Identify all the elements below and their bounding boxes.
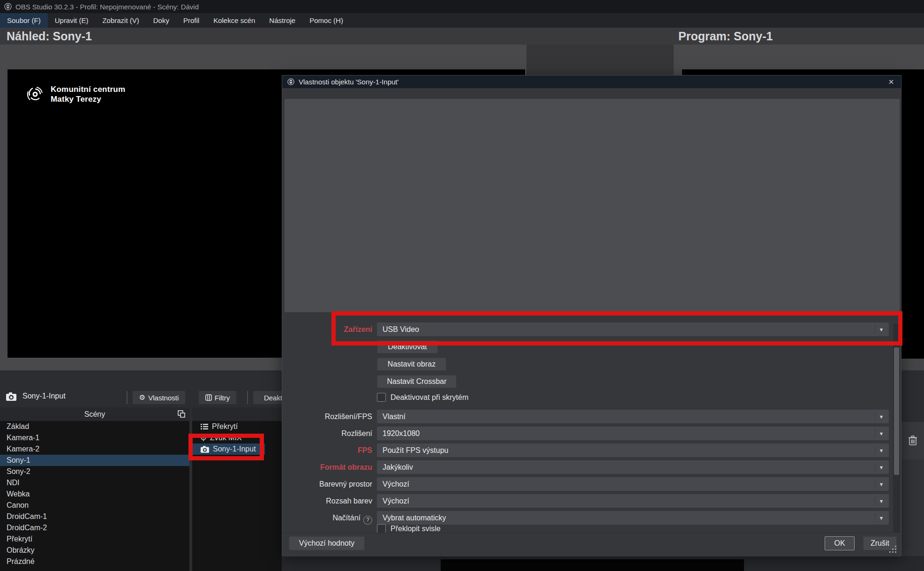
program-pane-edge bbox=[901, 359, 924, 370]
grid-windows-icon[interactable] bbox=[177, 410, 186, 418]
source-item[interactable]: Zvuk MIX bbox=[192, 432, 282, 443]
help-icon[interactable]: ? bbox=[363, 516, 372, 525]
right-edge-lower bbox=[901, 459, 924, 558]
checkbox-unchecked[interactable] bbox=[377, 393, 386, 402]
video-format-select[interactable]: Jakýkoliv ▼ bbox=[377, 460, 889, 474]
fps-select[interactable]: Použít FPS výstupu ▼ bbox=[377, 443, 889, 457]
fps-label: FPS bbox=[282, 443, 372, 457]
filters-label: Filtry bbox=[215, 394, 230, 402]
resolution-select[interactable]: 1920x1080 ▼ bbox=[377, 427, 889, 440]
scene-item-selected[interactable]: Sony-1 bbox=[0, 455, 189, 466]
scenes-header: Scény bbox=[0, 407, 189, 421]
scene-item[interactable]: DroidCam-2 bbox=[0, 522, 189, 533]
menu-zobrazit[interactable]: Zobrazit (V) bbox=[95, 13, 146, 28]
resolution-label: Rozlišení bbox=[282, 427, 372, 440]
video-format-label: Formát obrazu bbox=[282, 460, 372, 474]
gear-icon: ⚙ bbox=[139, 393, 145, 402]
scene-item[interactable]: Sony-2 bbox=[0, 466, 189, 477]
device-select[interactable]: USB Video ▼ bbox=[377, 323, 889, 336]
trash-icon[interactable] bbox=[908, 435, 917, 446]
scrollbar-thumb[interactable] bbox=[894, 347, 899, 475]
scene-item[interactable]: Základ bbox=[0, 421, 189, 432]
color-space-value: Výchozí bbox=[377, 480, 875, 488]
chevron-down-icon: ▼ bbox=[875, 479, 887, 489]
window-title: OBS Studio 30.2.3 - Profil: Nepojmenovan… bbox=[15, 3, 199, 11]
scene-item[interactable]: Překrytí bbox=[0, 533, 189, 545]
camera-icon bbox=[201, 446, 209, 453]
menu-profil[interactable]: Profil bbox=[176, 13, 206, 28]
configure-video-button[interactable]: Nastavit obraz bbox=[377, 358, 446, 371]
source-item-selected[interactable]: Sony-1-Input bbox=[192, 443, 265, 455]
menu-nastroje[interactable]: Nástroje bbox=[262, 13, 302, 28]
menu-kolekce-scen[interactable]: Kolekce scén bbox=[206, 13, 262, 28]
chevron-down-icon: ▼ bbox=[875, 513, 887, 523]
properties-dialog: Vlastnosti objektu 'Sony-1-Input' ✕ Zaří… bbox=[282, 75, 901, 556]
buffering-label: Načítání? bbox=[282, 511, 372, 525]
heading-strip: Náhled: Sony-1 Program: Sony-1 bbox=[0, 28, 924, 45]
scene-item[interactable]: Obrázky bbox=[0, 545, 189, 556]
toolbar-separator-2 bbox=[247, 391, 248, 404]
chevron-down-icon: ▼ bbox=[875, 324, 887, 334]
source-item-label: Zvuk MIX bbox=[210, 432, 242, 443]
right-edge-toolbar bbox=[901, 422, 924, 459]
logo-text: Komunitní centrum Matky Terezy bbox=[51, 84, 125, 104]
resolution-fps-label: Rozlišení/FPS bbox=[282, 410, 372, 423]
buffering-select[interactable]: Vybrat automaticky ▼ bbox=[377, 511, 889, 525]
color-range-label: Rozsah barev bbox=[282, 494, 372, 508]
device-label: Zařízení bbox=[282, 323, 372, 336]
clipped-row: Překlopit svisle bbox=[377, 524, 658, 533]
list-icon bbox=[201, 423, 208, 430]
sources-header bbox=[192, 407, 282, 421]
source-item-label: Sony-1-Input bbox=[213, 443, 256, 455]
properties-label: Vlastnosti bbox=[148, 394, 179, 402]
logo-circles-icon bbox=[25, 84, 45, 104]
obs-logo-icon bbox=[4, 3, 12, 10]
toolbar-source-name: Sony-1-Input bbox=[23, 392, 66, 400]
scene-item[interactable]: Webka bbox=[0, 488, 189, 500]
obs-main-window: OBS Studio 30.2.3 - Profil: Nepojmenovan… bbox=[0, 0, 924, 571]
deactivate-when-hidden-row[interactable]: Deaktivovat při skrytém bbox=[377, 393, 468, 402]
deactivate-source-button[interactable]: Deaktivovat bbox=[377, 340, 438, 353]
color-range-select[interactable]: Výchozí ▼ bbox=[377, 494, 889, 508]
scene-item[interactable]: Canon bbox=[0, 500, 189, 511]
checkbox-label: Překlopit svisle bbox=[391, 525, 441, 533]
source-item[interactable]: Překrytí bbox=[192, 421, 282, 432]
resolution-value: 1920x1080 bbox=[377, 429, 875, 438]
color-range-value: Výchozí bbox=[377, 497, 875, 505]
scene-item[interactable]: NDI bbox=[0, 477, 189, 488]
dialog-scrollbar[interactable] bbox=[893, 324, 900, 533]
program-canvas-edge bbox=[901, 69, 924, 359]
buffering-value: Vybrat automaticky bbox=[377, 514, 875, 522]
window-titlebar: OBS Studio 30.2.3 - Profil: Nepojmenovan… bbox=[0, 0, 924, 13]
menu-doky[interactable]: Doky bbox=[146, 13, 176, 28]
camera-icon bbox=[6, 392, 16, 401]
sources-list: Překrytí Zvuk MIX Sony-1-Input bbox=[192, 421, 282, 571]
canvas-logo: Komunitní centrum Matky Terezy bbox=[25, 84, 125, 104]
resolution-fps-select[interactable]: Vlastní ▼ bbox=[377, 410, 889, 423]
filters-button[interactable]: Filtry bbox=[199, 391, 236, 404]
ok-button[interactable]: OK bbox=[825, 536, 855, 550]
scene-item[interactable]: Kamera-1 bbox=[0, 432, 189, 443]
close-icon[interactable]: ✕ bbox=[885, 75, 897, 88]
chevron-down-icon: ▼ bbox=[875, 412, 887, 421]
menu-pomoc[interactable]: Pomoc (H) bbox=[302, 13, 350, 28]
dialog-title: Vlastnosti objektu 'Sony-1-Input' bbox=[299, 78, 398, 86]
menu-bar: Soubor (F) Upravit (E) Zobrazit (V) Doky… bbox=[0, 13, 924, 28]
resize-grip[interactable] bbox=[889, 546, 898, 554]
checkbox-unchecked[interactable] bbox=[377, 524, 386, 533]
scene-item[interactable]: DroidCam-1 bbox=[0, 511, 189, 522]
program-heading: Program: Sony-1 bbox=[678, 28, 773, 45]
properties-button[interactable]: ⚙ Vlastnosti bbox=[133, 391, 185, 404]
right-edge-area bbox=[901, 370, 924, 422]
scene-item[interactable]: Prázdné bbox=[0, 556, 189, 567]
toolbar-separator bbox=[127, 391, 128, 404]
dialog-titlebar[interactable]: Vlastnosti objektu 'Sony-1-Input' ✕ bbox=[282, 75, 901, 88]
device-select-value: USB Video bbox=[377, 325, 875, 334]
defaults-button[interactable]: Výchozí hodnoty bbox=[289, 536, 365, 550]
flip-vertically-row[interactable]: Překlopit svisle bbox=[377, 524, 658, 533]
menu-soubor[interactable]: Soubor (F) bbox=[0, 13, 48, 28]
scene-item[interactable]: Kamera-2 bbox=[0, 443, 189, 455]
color-space-select[interactable]: Výchozí ▼ bbox=[377, 477, 889, 491]
configure-crossbar-button[interactable]: Nastavit Crossbar bbox=[377, 375, 457, 388]
menu-upravit[interactable]: Upravit (E) bbox=[48, 13, 96, 28]
